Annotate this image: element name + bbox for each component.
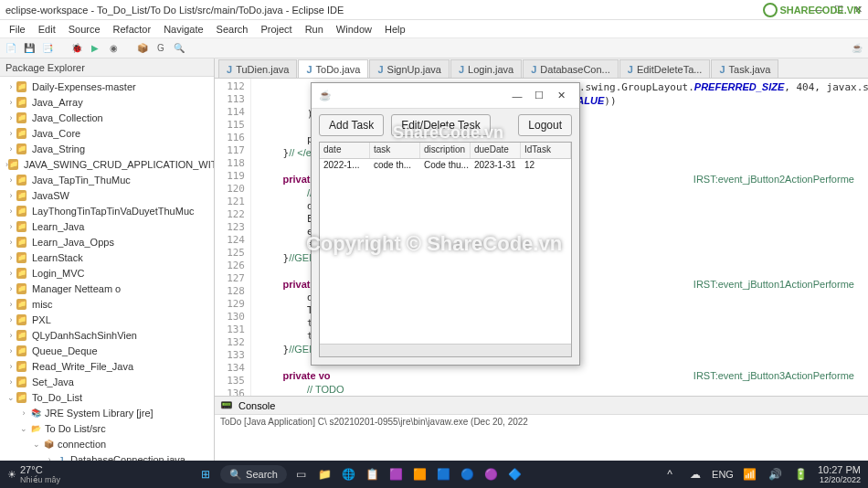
editor-tab[interactable]: JDatabaseCon... <box>523 59 619 78</box>
menu-run[interactable]: Run <box>300 22 329 37</box>
weather-text: Nhiều mây <box>20 475 60 484</box>
dialog-close-button[interactable]: ✕ <box>550 90 572 101</box>
chrome-icon[interactable]: 🔵 <box>459 465 477 483</box>
package-explorer-tree[interactable]: ›📁Daily-Expenses-master›📁Java_Array›📁Jav… <box>0 77 214 469</box>
menu-source[interactable]: Source <box>63 22 106 37</box>
debug-icon[interactable]: 🐞 <box>69 41 84 56</box>
lib-icon: 📚 <box>29 407 42 419</box>
app-icon-4[interactable]: 🟦 <box>435 465 453 483</box>
coverage-icon[interactable]: ◉ <box>106 41 121 56</box>
taskview-icon[interactable]: ▭ <box>292 465 311 483</box>
column-header[interactable]: date <box>320 143 370 158</box>
console-title[interactable]: Console <box>238 400 275 411</box>
tree-item[interactable]: ›📁Learn_Java <box>0 218 214 234</box>
tree-item[interactable]: ›📁Queue_Deque <box>0 343 214 358</box>
save-all-icon[interactable]: 📑 <box>40 41 55 56</box>
proj-icon: 📁 <box>16 298 29 311</box>
editor-tab[interactable]: JEditDeleteTa... <box>619 59 711 78</box>
tree-item[interactable]: ›📁QLyDanhSachSinhVien <box>0 327 214 343</box>
word-icon[interactable]: 🔷 <box>506 465 524 483</box>
onedrive-icon[interactable]: ☁ <box>686 465 704 483</box>
proj-icon: 📁 <box>16 111 29 124</box>
explorer-icon[interactable]: 📁 <box>316 465 334 483</box>
java-file-icon: J <box>531 64 536 75</box>
logout-button[interactable]: Logout <box>518 114 572 136</box>
menu-search[interactable]: Search <box>211 22 254 37</box>
column-header[interactable]: dueDate <box>471 143 521 158</box>
start-icon[interactable]: ⊞ <box>196 465 215 483</box>
proj-icon: 📁 <box>16 329 29 342</box>
language-indicator[interactable]: ENG <box>712 469 734 480</box>
weather-widget[interactable]: ☀ 27°C Nhiều mây <box>7 464 60 484</box>
perspective-java-icon[interactable]: ☕ <box>850 41 864 56</box>
tree-item[interactable]: ›📁Java_Core <box>0 125 214 141</box>
taskbar-search[interactable]: 🔍Search <box>220 465 287 483</box>
tree-item[interactable]: ›📁Learn_Java_Opps <box>0 234 214 249</box>
editor-tab[interactable]: JToDo.java <box>298 59 368 78</box>
new-icon[interactable]: 📄 <box>4 41 18 56</box>
menu-file[interactable]: File <box>4 22 31 37</box>
tree-item[interactable]: ›📁Daily-Expenses-master <box>0 79 214 94</box>
tree-item[interactable]: ›📁LayThongTinTapTinVaDuyetThuMuc <box>0 203 214 218</box>
menu-project[interactable]: Project <box>255 22 297 37</box>
tree-item[interactable]: ›📁Java_Array <box>0 94 214 110</box>
tree-item[interactable]: ›📁PXL <box>0 312 214 327</box>
column-header[interactable]: IdTask <box>521 143 571 158</box>
proj-icon: 📁 <box>16 174 29 186</box>
save-icon[interactable]: 💾 <box>22 41 37 56</box>
menu-navigate[interactable]: Navigate <box>158 22 208 37</box>
search-icon: 🔍 <box>229 469 242 481</box>
editor-tab[interactable]: JTuDien.java <box>218 59 297 78</box>
editor-tab[interactable]: JLogin.java <box>450 59 522 78</box>
volume-icon[interactable]: 🔊 <box>767 465 785 483</box>
task-table[interactable]: datetaskdiscriptiondueDateIdTask 2022-1.… <box>319 142 572 357</box>
column-header[interactable]: discription <box>420 143 471 158</box>
tree-item[interactable]: ›📁Java_TapTin_ThuMuc <box>0 172 214 187</box>
tree-item[interactable]: ⌄📂To Do List/src <box>0 420 214 436</box>
tree-item[interactable]: ›📁JAVA_SWING_CRUD_APPLICATION_WITH_SOURC… <box>0 156 214 172</box>
table-row[interactable]: 2022-1...code th...Code thu...2023-1-311… <box>320 159 571 174</box>
wifi-icon[interactable]: 📶 <box>741 465 759 483</box>
run-icon[interactable]: ▶ <box>88 41 102 56</box>
todo-app-dialog: ☕ — ☐ ✕ Add Task Edit/Delete Task Logout… <box>311 82 580 366</box>
package-icon[interactable]: 📦 <box>135 41 150 56</box>
editor-tab[interactable]: JSignUp.java <box>369 59 449 78</box>
menu-edit[interactable]: Edit <box>33 22 61 37</box>
tree-item[interactable]: ›📁Java_String <box>0 141 214 156</box>
dialog-maximize-button[interactable]: ☐ <box>528 90 550 101</box>
tree-item[interactable]: ›📁Manager Netteam o <box>0 281 214 296</box>
tree-item[interactable]: ›📁JavaSW <box>0 187 214 203</box>
editor-tab[interactable]: JTask.java <box>711 59 778 78</box>
windows-taskbar[interactable]: ☀ 27°C Nhiều mây ⊞ 🔍Search ▭ 📁 🌐 📋 🟪 🟧 🟦… <box>0 461 868 488</box>
app-icon[interactable]: 📋 <box>364 465 382 483</box>
edge-icon[interactable]: 🌐 <box>340 465 358 483</box>
tree-item[interactable]: ›📁Read_Write_File_Java <box>0 358 214 374</box>
eclipse-icon[interactable]: 🟣 <box>482 465 501 483</box>
menu-refactor[interactable]: Refactor <box>108 22 157 37</box>
tree-item[interactable]: ›📁Set_Java <box>0 374 214 389</box>
app-icon-2[interactable]: 🟪 <box>387 465 406 483</box>
menu-window[interactable]: Window <box>331 22 377 37</box>
edit-delete-task-button[interactable]: Edit/Delete Task <box>391 114 491 136</box>
tree-item[interactable]: ›📁misc <box>0 296 214 312</box>
app-icon-3[interactable]: 🟧 <box>411 465 429 483</box>
battery-icon[interactable]: 🔋 <box>792 465 810 483</box>
tree-item[interactable]: ›📁LearnStack <box>0 249 214 265</box>
tray-chevron-icon[interactable]: ^ <box>661 465 679 483</box>
dialog-titlebar[interactable]: ☕ — ☐ ✕ <box>312 83 579 109</box>
clock[interactable]: 10:27 PM 12/20/2022 <box>818 464 861 484</box>
search-icon[interactable]: 🔍 <box>172 41 186 56</box>
tree-item[interactable]: ›📁Login_MVC <box>0 265 214 281</box>
tree-item[interactable]: ⌄📦connection <box>0 436 214 451</box>
table-scrollbar[interactable] <box>320 344 571 356</box>
column-header[interactable]: task <box>370 143 420 158</box>
menu-help[interactable]: Help <box>379 22 411 37</box>
dialog-minimize-button[interactable]: — <box>506 90 528 101</box>
table-cell: 2023-1-31 <box>471 159 521 174</box>
tree-item[interactable]: ›📚JRE System Library [jre] <box>0 405 214 420</box>
tree-item[interactable]: ›📁Java_Collection <box>0 110 214 125</box>
add-task-button[interactable]: Add Task <box>319 114 384 136</box>
proj-icon: 📁 <box>16 205 29 217</box>
tree-item[interactable]: ⌄📁To_Do_List <box>0 389 214 405</box>
type-icon[interactable]: G <box>153 41 168 56</box>
